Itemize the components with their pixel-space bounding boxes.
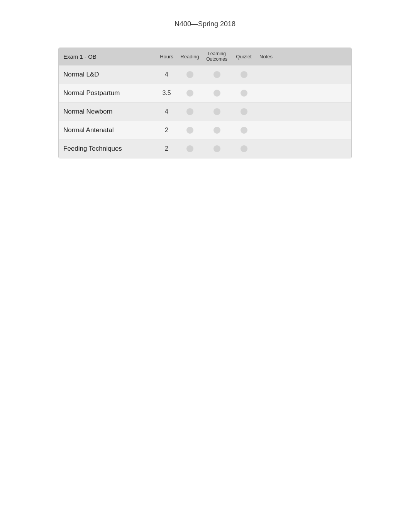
row-reading-icon-cell[interactable] (177, 145, 202, 152)
table-header: Exam 1 - OB Hours Reading Learning Outco… (59, 48, 351, 65)
row-topic: Normal Postpartum (63, 89, 156, 97)
row-learning-icon-cell[interactable] (202, 145, 231, 152)
quizlet-icon[interactable] (241, 127, 247, 134)
row-quizlet-icon-cell[interactable] (231, 127, 256, 134)
row-reading-icon-cell[interactable] (177, 108, 202, 115)
row-topic: Normal L&D (63, 71, 156, 78)
table-row: Normal Antenatal 2 (59, 121, 351, 139)
row-reading-icon-cell[interactable] (177, 71, 202, 78)
row-hours: 4 (156, 108, 177, 115)
row-topic: Normal Newborn (63, 108, 156, 116)
row-hours: 2 (156, 127, 177, 134)
row-hours: 4 (156, 71, 177, 78)
row-reading-icon-cell[interactable] (177, 90, 202, 97)
quizlet-icon[interactable] (241, 108, 247, 115)
quizlet-icon[interactable] (241, 145, 247, 152)
row-reading-icon-cell[interactable] (177, 127, 202, 134)
header-reading: Reading (177, 54, 202, 59)
quizlet-icon[interactable] (241, 90, 247, 97)
learning-outcomes-icon[interactable] (213, 71, 220, 78)
header-quizlet: Quizlet (231, 54, 256, 59)
reading-icon[interactable] (186, 90, 193, 97)
learning-outcomes-icon[interactable] (213, 108, 220, 115)
row-quizlet-icon-cell[interactable] (231, 108, 256, 115)
row-topic: Normal Antenatal (63, 126, 156, 134)
learning-outcomes-icon[interactable] (213, 145, 220, 152)
header-learning-outcomes: Learning Outcomes (202, 51, 231, 62)
row-hours: 2 (156, 145, 177, 152)
row-quizlet-icon-cell[interactable] (231, 71, 256, 78)
header-notes: Notes (256, 54, 347, 59)
learning-outcomes-icon[interactable] (213, 90, 220, 97)
learning-outcomes-icon[interactable] (213, 127, 220, 134)
page-title: N400—Spring 2018 (0, 0, 410, 40)
reading-icon[interactable] (186, 145, 193, 152)
table-container: Exam 1 - OB Hours Reading Learning Outco… (58, 48, 352, 158)
table-row: Normal L&D 4 (59, 65, 351, 84)
table-row: Normal Newborn 4 (59, 102, 351, 121)
row-quizlet-icon-cell[interactable] (231, 90, 256, 97)
row-topic: Feeding Techniques (63, 145, 156, 153)
reading-icon[interactable] (186, 108, 193, 115)
row-learning-icon-cell[interactable] (202, 108, 231, 115)
row-learning-icon-cell[interactable] (202, 127, 231, 134)
row-learning-icon-cell[interactable] (202, 90, 231, 97)
quizlet-icon[interactable] (241, 71, 247, 78)
reading-icon[interactable] (186, 127, 193, 134)
row-quizlet-icon-cell[interactable] (231, 145, 256, 152)
row-hours: 3.5 (156, 90, 177, 97)
table-row: Normal Postpartum 3.5 (59, 84, 351, 102)
reading-icon[interactable] (186, 71, 193, 78)
header-hours: Hours (156, 54, 177, 59)
table-row: Feeding Techniques 2 (59, 139, 351, 158)
header-topic: Exam 1 - OB (63, 53, 156, 60)
row-learning-icon-cell[interactable] (202, 71, 231, 78)
